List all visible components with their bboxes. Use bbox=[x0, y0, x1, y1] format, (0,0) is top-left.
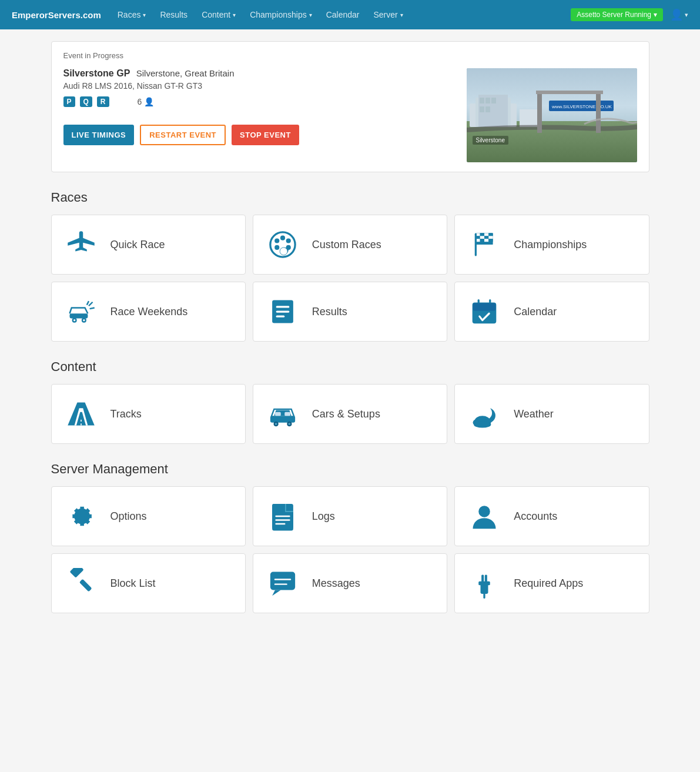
chat-icon bbox=[265, 568, 300, 599]
svg-rect-26 bbox=[480, 233, 484, 236]
card-championships-label: Championships bbox=[514, 239, 587, 251]
event-meta: P Q R 6 👤 bbox=[63, 96, 457, 107]
nav-server-caret: ▾ bbox=[400, 12, 403, 18]
players-icon: 👤 bbox=[144, 97, 154, 106]
card-quick-race[interactable]: Quick Race bbox=[51, 215, 246, 275]
svg-point-42 bbox=[83, 319, 85, 321]
session-badge-q: Q bbox=[80, 96, 92, 107]
card-calendar-label: Calendar bbox=[514, 306, 557, 318]
svg-line-44 bbox=[89, 308, 94, 309]
event-title-row: Silverstone GP Silverstone, Great Britai… bbox=[63, 68, 457, 79]
card-race-weekends[interactable]: Race Weekends bbox=[51, 282, 246, 342]
card-options[interactable]: Options bbox=[51, 486, 246, 546]
plug-icon bbox=[467, 568, 502, 599]
calendar-icon bbox=[467, 296, 502, 327]
card-tracks[interactable]: Tracks bbox=[51, 384, 246, 444]
navbar-right: Assetto Server Running ▾ 👤 ▾ bbox=[571, 8, 688, 21]
svg-rect-13 bbox=[537, 92, 542, 133]
content-section: Content Tracks bbox=[51, 359, 649, 444]
event-label: Event in Progress bbox=[63, 51, 637, 60]
svg-text:www.SILVERSTONE.CO.UK: www.SILVERSTONE.CO.UK bbox=[551, 104, 612, 109]
main-content: Event in Progress Silverstone GP Silvers… bbox=[42, 29, 659, 643]
card-messages[interactable]: Messages bbox=[253, 553, 447, 613]
svg-rect-7 bbox=[485, 98, 490, 103]
svg-rect-36 bbox=[488, 239, 493, 242]
svg-rect-32 bbox=[480, 239, 484, 242]
road-icon bbox=[63, 399, 99, 429]
svg-rect-62 bbox=[275, 412, 281, 416]
svg-rect-79 bbox=[270, 572, 295, 590]
svg-point-71 bbox=[474, 421, 491, 427]
card-championships[interactable]: Championships bbox=[454, 215, 649, 275]
session-badge-p: P bbox=[63, 96, 75, 107]
event-image: www.SILVERSTONE.CO.UK Silverstone bbox=[467, 68, 637, 162]
svg-rect-61 bbox=[270, 416, 295, 422]
svg-rect-6 bbox=[480, 98, 484, 103]
nav-results[interactable]: Results bbox=[158, 10, 190, 19]
svg-point-67 bbox=[288, 423, 290, 425]
event-location: Silverstone, Great Britain bbox=[136, 68, 235, 78]
svg-point-66 bbox=[274, 423, 277, 425]
card-weather[interactable]: Weather bbox=[454, 384, 649, 444]
navbar-brand[interactable]: EmperorServers.com bbox=[12, 10, 101, 20]
svg-rect-30 bbox=[484, 236, 488, 239]
card-options-label: Options bbox=[110, 510, 147, 523]
svg-rect-33 bbox=[484, 239, 488, 242]
card-required-apps[interactable]: Required Apps bbox=[454, 553, 649, 613]
svg-rect-56 bbox=[473, 303, 496, 310]
flag-icon bbox=[467, 229, 502, 260]
stop-event-button[interactable]: STOP EVENT bbox=[232, 125, 299, 145]
svg-point-19 bbox=[286, 238, 291, 243]
nav-server[interactable]: Server ▾ bbox=[371, 10, 406, 19]
restart-event-button[interactable]: RESTART EVENT bbox=[140, 125, 226, 145]
card-block-list[interactable]: Block List bbox=[51, 553, 246, 613]
nav-content[interactable]: Content ▾ bbox=[199, 10, 238, 19]
svg-rect-29 bbox=[480, 236, 484, 239]
server-management-section: Server Management Options bbox=[51, 462, 649, 613]
server-management-card-grid: Options Logs bbox=[51, 486, 649, 613]
user-icon: 👤 bbox=[670, 8, 683, 21]
svg-line-43 bbox=[89, 302, 93, 306]
card-required-apps-label: Required Apps bbox=[514, 577, 583, 590]
event-actions: LIVE TIMINGS RESTART EVENT STOP EVENT bbox=[63, 125, 457, 145]
svg-rect-9 bbox=[480, 106, 484, 112]
user-circle-icon bbox=[467, 501, 502, 532]
svg-point-21 bbox=[274, 245, 279, 250]
hammer-icon bbox=[63, 568, 99, 599]
svg-rect-10 bbox=[485, 106, 490, 112]
user-menu-button[interactable]: 👤 ▾ bbox=[670, 8, 688, 21]
content-card-grid: Tracks Cars & Setups bbox=[51, 384, 649, 444]
card-cars-setups[interactable]: Cars & Setups bbox=[253, 384, 447, 444]
session-badge-r: R bbox=[97, 96, 109, 107]
card-accounts[interactable]: Accounts bbox=[454, 486, 649, 546]
svg-point-23 bbox=[280, 248, 287, 255]
svg-rect-27 bbox=[484, 233, 488, 236]
live-timings-button[interactable]: LIVE TIMINGS bbox=[63, 125, 135, 145]
card-custom-races-label: Custom Races bbox=[312, 239, 381, 251]
nav-races[interactable]: Races ▾ bbox=[115, 10, 149, 19]
svg-marker-80 bbox=[272, 590, 281, 596]
nav-calendar[interactable]: Calendar bbox=[324, 10, 362, 19]
card-calendar[interactable]: Calendar bbox=[454, 282, 649, 342]
svg-rect-86 bbox=[485, 574, 487, 582]
card-custom-races[interactable]: Custom Races bbox=[253, 215, 447, 275]
card-logs-label: Logs bbox=[312, 510, 335, 523]
silverstone-track-image: www.SILVERSTONE.CO.UK Silverstone bbox=[467, 68, 637, 162]
palette-icon bbox=[265, 229, 300, 260]
event-card: Event in Progress Silverstone GP Silvers… bbox=[51, 41, 649, 172]
svg-rect-15 bbox=[536, 91, 603, 94]
server-badge-caret: ▾ bbox=[654, 11, 657, 19]
card-logs[interactable]: Logs bbox=[253, 486, 447, 546]
car-crash-icon bbox=[63, 296, 99, 327]
card-cars-setups-label: Cars & Setups bbox=[312, 408, 380, 420]
card-results[interactable]: Results bbox=[253, 282, 447, 342]
card-accounts-label: Accounts bbox=[514, 510, 557, 523]
svg-rect-85 bbox=[481, 574, 484, 582]
svg-rect-84 bbox=[478, 581, 490, 586]
server-status-badge[interactable]: Assetto Server Running ▾ bbox=[571, 8, 663, 21]
nav-content-caret: ▾ bbox=[233, 12, 236, 18]
server-management-section-title: Server Management bbox=[51, 462, 649, 477]
navbar: EmperorServers.com Races ▾ Results Conte… bbox=[0, 0, 700, 29]
nav-championships[interactable]: Championships ▾ bbox=[247, 10, 314, 19]
gear-icon bbox=[63, 501, 99, 532]
